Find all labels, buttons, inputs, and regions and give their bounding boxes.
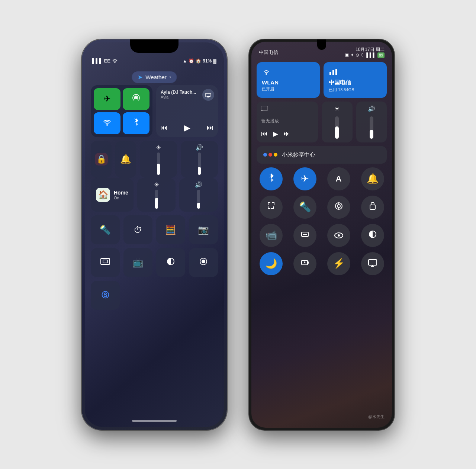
record-btn[interactable] bbox=[189, 248, 218, 277]
calculator-btn[interactable]: 🧮 bbox=[156, 215, 185, 244]
battery-android-icon: 89 bbox=[377, 52, 385, 58]
android-airplane-btn[interactable]: ✈ bbox=[293, 167, 316, 190]
android-airplane-icon: ✈ bbox=[301, 173, 309, 184]
home-status: On bbox=[114, 196, 128, 200]
shazam-btn[interactable]: Ⓢ bbox=[91, 281, 120, 310]
weibo-watermark: @水先生 bbox=[368, 414, 385, 420]
android-bluetooth-icon bbox=[268, 173, 274, 185]
and-row-wlan: WLAN 已开启 中国电信 已用 13.54GB bbox=[257, 62, 387, 98]
android-prev-btn[interactable]: ⏮ bbox=[261, 130, 268, 138]
stopwatch-btn[interactable]: ⏱ bbox=[123, 215, 152, 244]
android-play-btn[interactable]: ▶ bbox=[273, 130, 278, 138]
android-brightness-slider[interactable]: ☀ bbox=[322, 102, 353, 142]
android-eye-btn[interactable] bbox=[327, 224, 350, 247]
brightness-track bbox=[157, 152, 160, 175]
screen-mirror-btn[interactable] bbox=[91, 248, 120, 277]
android-bluetooth-btn[interactable] bbox=[260, 167, 283, 190]
wlan-icon bbox=[262, 67, 315, 77]
volume-track-2 bbox=[197, 190, 200, 209]
lock-rotate-icon: 🔒 bbox=[95, 153, 108, 166]
hotspot-btn[interactable] bbox=[123, 88, 149, 110]
volume-icon-2: 🔊 bbox=[195, 181, 202, 188]
wifi-toggle-btn[interactable] bbox=[94, 112, 120, 134]
volume-slider[interactable]: 🔊 bbox=[181, 141, 218, 178]
android-lock-btn[interactable] bbox=[361, 196, 384, 219]
android-battery-btn[interactable] bbox=[293, 252, 316, 275]
row-home: 🏠 Home On ☀ 🔊 bbox=[91, 178, 218, 212]
next-btn[interactable]: ⏭ bbox=[207, 124, 213, 132]
android-video-btn[interactable]: 📹 bbox=[260, 224, 283, 247]
android-media-controls: ⏮ ▶ ⏭ bbox=[261, 130, 313, 138]
android-control-center: WLAN 已开启 中国电信 已用 13.54GB 暂无播放 bbox=[257, 62, 387, 280]
moon-status-icon: ☾ bbox=[361, 52, 365, 58]
dark-mode-btn[interactable] bbox=[156, 248, 185, 277]
volume-slider-2[interactable]: 🔊 bbox=[179, 178, 218, 212]
bluetooth-toggle-btn[interactable] bbox=[123, 112, 149, 134]
android-moon-btn[interactable]: 🌙 bbox=[260, 252, 283, 275]
carrier-tile-btn[interactable]: 中国电信 已用 13.54GB bbox=[324, 62, 387, 98]
svg-rect-14 bbox=[370, 205, 375, 209]
android-flashlight-btn[interactable]: 🔦 bbox=[293, 196, 316, 219]
screen-lock-btn[interactable]: 🔒 bbox=[91, 141, 112, 178]
home-control-btn[interactable]: 🏠 Home On bbox=[91, 178, 134, 212]
android-flashlight-icon: 🔦 bbox=[299, 201, 311, 213]
calculator-icon: 🧮 bbox=[165, 225, 176, 235]
brightness-icon: ☀ bbox=[156, 144, 161, 151]
svg-point-18 bbox=[338, 234, 340, 237]
status-right: ▲ ⏰ 🏠 91% ▓ bbox=[183, 58, 216, 64]
flashlight-btn[interactable]: 🔦 bbox=[91, 215, 120, 244]
android-cast-icon[interactable] bbox=[261, 106, 313, 113]
android-icon-row-2: 🔦 bbox=[257, 196, 387, 219]
android-date: 10月17日 周二 ▣ ✦ ⊙ ☾ ▌▌▌ 89 bbox=[345, 47, 385, 58]
camera-btn[interactable]: 📷 bbox=[189, 215, 218, 244]
android-lock-icon bbox=[369, 201, 376, 213]
android-screenlock-btn[interactable] bbox=[327, 196, 350, 219]
iphone-control-center: ✈ bbox=[91, 85, 218, 310]
brightness-slider-2[interactable]: ☀ bbox=[137, 178, 176, 212]
bell-btn[interactable]: 🔔 bbox=[115, 141, 136, 178]
alarm-icon: ⏰ bbox=[189, 58, 194, 64]
android-contrast-icon bbox=[369, 229, 377, 241]
remote-icon: 📺 bbox=[132, 257, 144, 268]
android-screenshot-btn[interactable] bbox=[260, 196, 283, 219]
wlan-title: WLAN bbox=[262, 79, 315, 86]
carrier-title: 中国电信 bbox=[329, 79, 382, 86]
brightness-slider[interactable]: ☀ bbox=[140, 141, 177, 178]
android-volume-track bbox=[370, 116, 373, 139]
weather-arrow-icon: › bbox=[170, 74, 171, 80]
weather-pill[interactable]: ➤ Weather › bbox=[132, 71, 177, 83]
android-volume-slider[interactable]: 🔊 bbox=[356, 102, 387, 142]
android-font-icon: A bbox=[336, 174, 342, 184]
hotspot-icon bbox=[132, 93, 141, 105]
iphone-device: ▌▌▌ EE ▲ ⏰ 🏠 91% ▓ ➤ Weather › bbox=[82, 39, 227, 430]
mi-dots bbox=[263, 153, 277, 157]
android-bell-btn[interactable]: 🔔 bbox=[361, 167, 384, 190]
data-icon: ⊙ bbox=[356, 52, 359, 58]
play-btn[interactable]: ▶ bbox=[184, 123, 190, 133]
android-lightning-btn[interactable]: ⚡ bbox=[327, 252, 350, 275]
android-font-btn[interactable]: A bbox=[327, 167, 350, 190]
carrier-subtitle: 已用 13.54GB bbox=[329, 87, 382, 93]
airplane-mode-btn[interactable]: ✈ bbox=[94, 88, 120, 110]
wlan-subtitle: 已开启 bbox=[262, 86, 315, 92]
mi-center-btn[interactable]: 小米妙享中心 bbox=[257, 146, 387, 164]
android-screenshot-icon bbox=[267, 201, 276, 213]
android-expand-btn[interactable] bbox=[293, 224, 316, 247]
prev-btn[interactable]: ⏮ bbox=[161, 124, 167, 132]
android-status-icons: ▣ ✦ ⊙ ☾ ▌▌▌ 89 bbox=[345, 52, 385, 58]
brightness-fill-2 bbox=[155, 198, 158, 208]
wlan-btn[interactable]: WLAN 已开启 bbox=[257, 62, 320, 98]
home-text: Home On bbox=[114, 190, 128, 200]
row-toggles: 🔒 🔔 ☀ 🔊 bbox=[91, 141, 218, 174]
row-utils-2: 📺 bbox=[91, 248, 218, 277]
android-monitor-btn[interactable] bbox=[361, 252, 384, 275]
android-contrast-btn[interactable] bbox=[361, 224, 384, 247]
android-next-btn[interactable]: ⏭ bbox=[283, 130, 290, 138]
remote-btn[interactable]: 📺 bbox=[123, 248, 152, 277]
camera-icon: 📷 bbox=[198, 225, 209, 235]
android-screenlock-icon bbox=[335, 201, 343, 213]
nfc-icon: ▣ bbox=[345, 52, 349, 58]
svg-rect-8 bbox=[335, 69, 337, 75]
bt-icon: ✦ bbox=[350, 52, 354, 58]
weather-nav-icon: ➤ bbox=[138, 74, 142, 81]
